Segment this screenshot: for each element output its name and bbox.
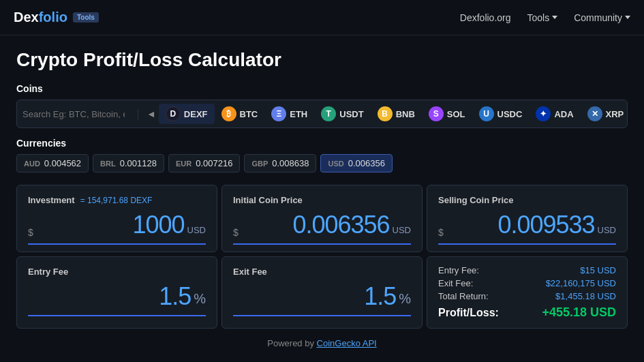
selling-price-unit: USD [598, 225, 616, 235]
main-content: Crypto Profit/Loss Calculator Coins ◄ D … [0, 35, 644, 362]
initial-price-value[interactable]: 0.006356 [241, 211, 390, 239]
entry-fee-result-row: Entry Fee: $15 USD [438, 265, 616, 275]
entry-fee-title: Entry Fee [28, 267, 206, 277]
investment-title: Investment = 154,971.68 DEXF [28, 195, 206, 205]
usdc-icon: U [479, 106, 494, 121]
chevron-down-icon [625, 16, 630, 19]
initial-price-dollar-sign: $ [233, 227, 239, 238]
selling-price-input-row: $ 0.009533 USD [438, 211, 616, 245]
selling-price-dollar-sign: $ [438, 227, 444, 238]
profit-value: +455.18 USD [542, 305, 616, 320]
navbar: Dexfolio Tools Dexfolio.org Tools Commun… [0, 0, 644, 35]
usdt-label: USDT [339, 109, 363, 119]
profit-label: Profit/Loss: [438, 307, 499, 319]
investment-unit: USD [187, 225, 206, 235]
nav-community-link[interactable]: Community [574, 12, 630, 23]
initial-price-input-row: $ 0.006356 USD [233, 211, 411, 245]
initial-price-card: Initial Coin Price $ 0.006356 USD [221, 185, 423, 252]
ada-icon: ✦ [536, 106, 551, 121]
btc-icon: ₿ [221, 106, 236, 121]
search-wrap [22, 109, 138, 119]
entry-fee-input-row: 1.5 % [28, 282, 206, 316]
selling-price-title: Selling Coin Price [438, 195, 616, 205]
usdt-icon: T [321, 106, 336, 121]
entry-fee-result-label: Entry Fee: [438, 265, 479, 275]
navbar-left: Dexfolio Tools [14, 10, 99, 25]
coin-item-eth[interactable]: Ξ ETH [264, 104, 314, 124]
exit-fee-card: Exit Fee 1.5 % [221, 256, 423, 329]
btc-label: BTC [240, 109, 258, 119]
results-card: Entry Fee: $15 USD Exit Fee: $22,160,175… [427, 256, 628, 329]
exit-fee-result-label: Exit Fee: [438, 278, 473, 288]
search-input[interactable] [22, 109, 125, 119]
coin-item-btc[interactable]: ₿ BTC [215, 104, 265, 124]
coins-row: ◄ D DEXF ₿ BTC Ξ ETH T USDT B BNB S SOL [16, 100, 628, 128]
dexf-label: DEXF [184, 109, 208, 119]
currency-eur[interactable]: EUR 0.007216 [168, 154, 240, 172]
exit-fee-unit: % [399, 291, 411, 307]
page-title: Crypto Profit/Loss Calculator [16, 49, 628, 71]
total-return-result-row: Total Return: $1,455.18 USD [438, 291, 616, 301]
chevron-down-icon [552, 16, 557, 19]
initial-price-unit: USD [393, 225, 411, 235]
currencies-section-label: Currencies [16, 138, 628, 149]
exit-fee-result-row: Exit Fee: $22,160,175 USD [438, 278, 616, 288]
footer: Powered by CoinGecko API [16, 338, 628, 348]
calculator-grid: Investment = 154,971.68 DEXF $ 1000 USD … [16, 185, 628, 329]
total-return-result-label: Total Return: [438, 291, 489, 301]
sol-icon: S [429, 106, 444, 121]
investment-input-row: $ 1000 USD [28, 211, 206, 245]
bnb-label: BNB [396, 109, 415, 119]
coin-item-usdt[interactable]: T USDT [314, 104, 370, 124]
currency-brl[interactable]: BRL 0.001128 [93, 154, 164, 172]
navbar-right: Dexfolio.org Tools Community [460, 12, 630, 23]
currency-usd[interactable]: USD 0.006356 [320, 154, 392, 172]
entry-fee-unit: % [194, 291, 206, 307]
coin-item-sol[interactable]: S SOL [422, 104, 472, 124]
currency-aud[interactable]: AUD 0.004562 [16, 154, 89, 172]
ada-label: ADA [554, 109, 573, 119]
exit-fee-title: Exit Fee [233, 267, 411, 277]
coin-item-xrp[interactable]: ✕ XRP [581, 104, 628, 124]
exit-fee-input-row: 1.5 % [233, 282, 411, 316]
entry-fee-result-value: $15 USD [580, 265, 616, 275]
total-return-result-value: $1,455.18 USD [555, 291, 616, 301]
coin-equiv: = 154,971.68 DEXF [80, 196, 153, 205]
nav-tools-link[interactable]: Tools [527, 12, 558, 23]
currencies-row: AUD 0.004562 BRL 0.001128 EUR 0.007216 G… [16, 154, 628, 172]
coins-prev-arrow[interactable]: ◄ [144, 108, 159, 119]
bnb-icon: B [378, 106, 393, 121]
coin-item-dexf[interactable]: D DEXF [159, 104, 215, 124]
entry-fee-card: Entry Fee 1.5 % [16, 256, 217, 329]
investment-card: Investment = 154,971.68 DEXF $ 1000 USD [16, 185, 217, 252]
nav-dexfolio-link[interactable]: Dexfolio.org [460, 12, 511, 23]
xrp-icon: ✕ [587, 106, 602, 121]
coin-item-bnb[interactable]: B BNB [371, 104, 422, 124]
currency-gbp[interactable]: GBP 0.008638 [244, 154, 316, 172]
tools-badge: Tools [73, 12, 99, 22]
investment-dollar-sign: $ [28, 227, 33, 238]
exit-fee-result-value: $22,160,175 USD [546, 278, 616, 288]
usdc-label: USDC [497, 109, 523, 119]
exit-fee-value[interactable]: 1.5 [233, 282, 396, 311]
initial-price-title: Initial Coin Price [233, 195, 411, 205]
selling-price-card: Selling Coin Price $ 0.009533 USD [427, 185, 628, 252]
xrp-label: XRP [606, 109, 624, 119]
eth-icon: Ξ [271, 106, 286, 121]
logo: Dexfolio [14, 10, 67, 25]
sol-label: SOL [447, 109, 465, 119]
coin-item-usdc[interactable]: U USDC [472, 104, 530, 124]
entry-fee-value[interactable]: 1.5 [28, 282, 191, 311]
investment-value[interactable]: 1000 [36, 211, 185, 239]
selling-price-value[interactable]: 0.009533 [446, 211, 595, 239]
coins-section-label: Coins [16, 83, 628, 94]
coingecko-link[interactable]: CoinGecko API [317, 338, 377, 348]
dexf-icon: D [166, 106, 181, 121]
profit-row: Profit/Loss: +455.18 USD [438, 305, 616, 320]
eth-label: ETH [290, 109, 307, 119]
coin-item-ada[interactable]: ✦ ADA [529, 104, 580, 124]
